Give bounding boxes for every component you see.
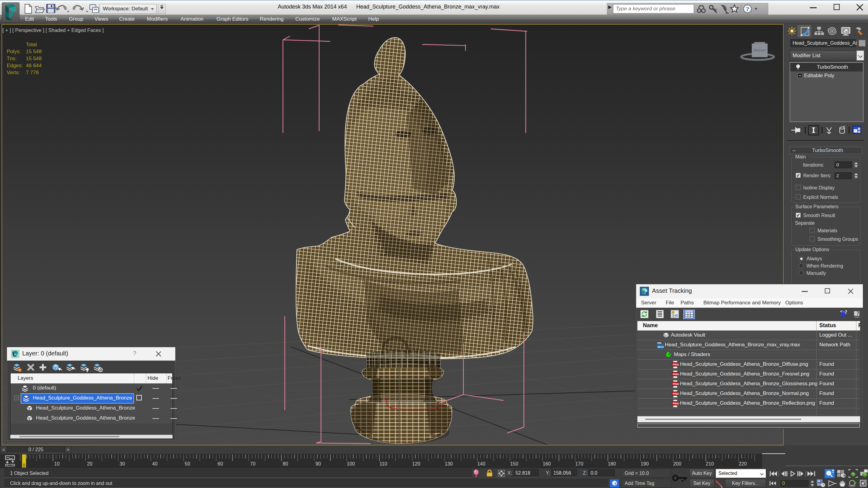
svg-text:?: ? bbox=[746, 5, 749, 13]
svg-text:FRONT: FRONT bbox=[754, 48, 766, 52]
svg-text:MAX: MAX bbox=[658, 346, 664, 349]
svg-text:?: ? bbox=[844, 310, 847, 315]
svg-text:R: R bbox=[753, 48, 756, 52]
svg-text:PNG: PNG bbox=[673, 372, 679, 376]
svg-text:PNG: PNG bbox=[673, 363, 679, 366]
svg-text:PNG: PNG bbox=[673, 392, 679, 395]
svg-text:PNG: PNG bbox=[673, 382, 679, 386]
svg-text:PNG: PNG bbox=[673, 402, 679, 405]
svg-text:?: ? bbox=[857, 311, 859, 317]
